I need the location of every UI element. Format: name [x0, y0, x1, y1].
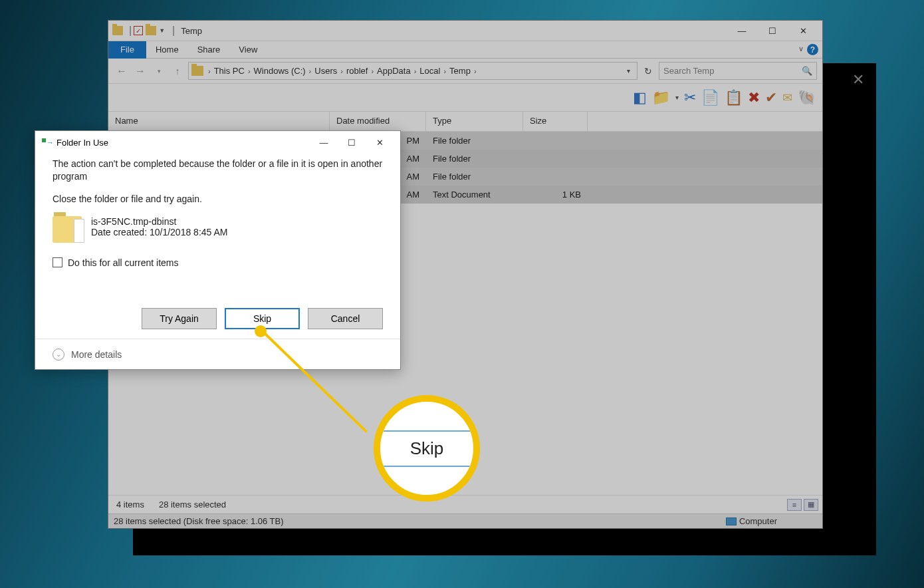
dialog-filename: is-3F5NC.tmp-dbinst [91, 216, 227, 227]
copy-icon[interactable]: 📄 [701, 89, 719, 106]
breadcrumb-segment[interactable]: This PC [214, 66, 245, 76]
cell-type: File folder [426, 154, 523, 164]
ribbon-file-tab[interactable]: File [108, 41, 146, 59]
footer-computer-label: Computer [739, 516, 777, 526]
breadcrumb-separator: › [340, 67, 343, 75]
address-bar[interactable]: › This PC › Windows (C:) › Users › roble… [188, 62, 637, 80]
dialog-checkbox-row[interactable]: Do this for all current items [53, 257, 383, 268]
check-icon[interactable]: ✔ [765, 89, 777, 106]
back-button[interactable]: ← [114, 63, 130, 79]
thumbnails-view-icon[interactable]: ▦ [804, 499, 818, 511]
delete-icon[interactable]: ✖ [748, 89, 760, 106]
cancel-button[interactable]: Cancel [308, 308, 383, 329]
maximize-button[interactable]: ☐ [757, 21, 788, 41]
breadcrumb-separator: › [248, 67, 251, 75]
magnifier-label: Skip [410, 432, 444, 466]
folder-icon [191, 66, 203, 76]
mail-icon[interactable]: ✉ [782, 90, 792, 105]
dialog-titlebar: Folder In Use — ☐ ✕ [35, 131, 400, 154]
breadcrumb-separator: › [371, 67, 374, 75]
checkbox[interactable] [53, 257, 62, 267]
close-icon[interactable]: ✕ [852, 71, 864, 88]
maximize-button[interactable]: ☐ [338, 131, 366, 154]
dropdown-icon[interactable]: ▾ [675, 94, 679, 101]
try-again-button[interactable]: Try Again [142, 308, 217, 329]
dialog-icon [42, 138, 53, 146]
ribbon-tab-home[interactable]: Home [146, 42, 188, 57]
minimize-button[interactable]: — [727, 21, 757, 41]
folder-icon [53, 216, 82, 243]
column-header-date[interactable]: Date modified [330, 112, 426, 131]
status-selected-count: 28 items selected [159, 500, 226, 510]
footer-right: Computer [726, 516, 817, 526]
navigation-bar: ← → ▾ ↑ › This PC › Windows (C:) › Users… [108, 59, 822, 84]
dialog-title: Folder In Use [57, 138, 108, 148]
dialog-submessage: Close the folder or file and try again. [53, 194, 383, 204]
breadcrumb-separator: › [208, 67, 211, 75]
breadcrumb-separator: › [309, 67, 312, 75]
cell-size: 1 KB [523, 190, 588, 200]
folder-icon [112, 26, 123, 35]
window-controls: — ☐ ✕ [727, 21, 818, 41]
column-header-name[interactable]: Name [108, 112, 330, 131]
column-headers: Name Date modified Type Size [108, 112, 822, 132]
new-folder-icon[interactable]: 📁 [652, 89, 670, 106]
qat-save-icon[interactable]: ✓ [134, 26, 143, 35]
checkbox-label: Do this for all current items [68, 257, 179, 268]
minimize-button[interactable]: — [310, 131, 338, 154]
ribbon-tab-view[interactable]: View [229, 42, 267, 57]
cut-icon[interactable]: ✂ [684, 89, 696, 106]
dialog-footer[interactable]: ⌄ More details [35, 339, 400, 369]
shell-icon[interactable]: 🐚 [798, 89, 816, 106]
toolbar: ◧ 📁 ▾ ✂ 📄 📋 ✖ ✔ ✉ 🐚 [108, 84, 822, 112]
ribbon-tab-share[interactable]: Share [188, 42, 230, 57]
column-header-type[interactable]: Type [426, 112, 523, 131]
footer-bar: 28 items selected (Disk free space: 1.06… [108, 514, 822, 528]
up-button[interactable]: ↑ [170, 63, 185, 79]
dialog-message: The action can't be completed because th… [53, 158, 383, 183]
callout-magnifier: Skip [374, 395, 480, 502]
dialog-controls: — ☐ ✕ [310, 131, 394, 154]
breadcrumb-segment[interactable]: AppData [377, 66, 411, 76]
cell-type: File folder [426, 136, 523, 146]
ribbon: File Home Share View ∨ ? [108, 41, 822, 59]
dialog-filedate: Date created: 10/1/2018 8:45 AM [91, 227, 227, 237]
refresh-button[interactable]: ↻ [640, 63, 656, 79]
search-icon[interactable]: 🔍 [802, 66, 812, 76]
dialog-body: The action can't be completed because th… [35, 154, 400, 308]
paste-icon[interactable]: 📋 [725, 89, 743, 106]
magnifier-border-line [380, 466, 473, 467]
breadcrumb-segment[interactable]: roblef [346, 66, 368, 76]
close-button[interactable]: ✕ [788, 21, 818, 41]
window-title: Temp [181, 26, 202, 36]
titlebar-separator: | [129, 25, 132, 37]
breadcrumb-segment[interactable]: Users [314, 66, 337, 76]
breadcrumb-separator: › [414, 67, 417, 75]
search-input[interactable]: Search Temp 🔍 [659, 62, 817, 80]
breadcrumb-segment[interactable]: Local [419, 66, 440, 76]
preview-pane-icon[interactable]: ◧ [633, 89, 647, 106]
ribbon-collapse-icon[interactable]: ∨ [798, 45, 804, 53]
breadcrumb-separator: › [443, 67, 446, 75]
help-icon[interactable]: ? [807, 44, 818, 55]
dialog-file-info: is-3F5NC.tmp-dbinst Date created: 10/1/2… [53, 216, 383, 243]
more-details-label: More details [71, 349, 122, 360]
column-header-size[interactable]: Size [523, 112, 588, 131]
dialog-actions: Try Again Skip Cancel [35, 308, 400, 339]
qat-dropdown-icon[interactable]: ▼ [159, 27, 165, 34]
history-dropdown-icon[interactable]: ▾ [151, 63, 167, 79]
address-dropdown-icon[interactable]: ▾ [623, 67, 634, 74]
qat-folder-icon[interactable] [146, 26, 156, 35]
search-placeholder: Search Temp [663, 66, 714, 76]
breadcrumb-segment[interactable]: Windows (C:) [254, 66, 306, 76]
close-button[interactable]: ✕ [366, 131, 394, 154]
view-buttons: ≡ ▦ [787, 499, 818, 511]
computer-icon [726, 517, 737, 525]
details-view-icon[interactable]: ≡ [787, 499, 802, 511]
chevron-down-icon[interactable]: ⌄ [53, 349, 64, 361]
forward-button[interactable]: → [132, 63, 148, 79]
status-item-count: 4 items [116, 500, 144, 510]
folder-in-use-dialog: Folder In Use — ☐ ✕ The action can't be … [35, 130, 401, 370]
breadcrumb-segment[interactable]: Temp [449, 66, 471, 76]
breadcrumb-separator: › [474, 67, 477, 75]
